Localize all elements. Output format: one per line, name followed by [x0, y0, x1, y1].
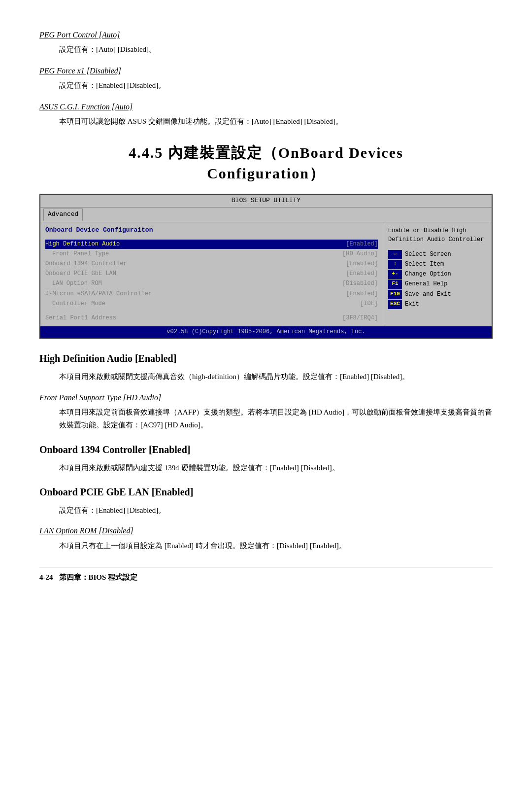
bios-item-label: Front Panel Type: [45, 249, 109, 259]
bios-keys: ↔Select Screen↕Select Item+-Change Optio…: [388, 250, 487, 309]
bios-items-list: High Definition Audio[Enabled]Front Pane…: [45, 240, 378, 323]
lan-option-rom-heading: LAN Option ROM [Disabled]: [39, 524, 493, 537]
bios-key-row: +-Change Option: [388, 270, 487, 279]
front-panel-heading: Front Panel Support Type [HD Audio]: [39, 391, 493, 404]
section-high-def-audio: High Definition Audio [Enabled] 本項目用來啟動或…: [39, 350, 493, 383]
bios-section-title: Onboard Device Configuraiton: [45, 225, 378, 236]
bios-item-value: [Disabled]: [342, 279, 378, 288]
bios-item-label: LAN Option ROM: [45, 279, 102, 288]
bios-tab-advanced[interactable]: Advanced: [43, 209, 83, 221]
bios-item-row: Onboard PCIE GbE LAN[Enabled]: [45, 269, 378, 279]
bios-item-row: Serial Port1 Address[3F8/IRQ4]: [45, 314, 378, 323]
asus-cgi-heading: ASUS C.G.I. Function [Auto]: [39, 101, 493, 113]
peg-port-control-heading: PEG Port Control [Auto]: [39, 29, 493, 41]
bios-item-value: [HD Audio]: [342, 249, 378, 259]
bios-right-desc: Enable or Disable High Definition Audio …: [388, 226, 487, 244]
bios-key-description: Select Screen: [405, 250, 451, 259]
bios-key-row: ↕Select Item: [388, 260, 487, 269]
onboard-1394-heading: Onboard 1394 Controller [Enabled]: [39, 442, 493, 457]
section-asus-cgi: ASUS C.G.I. Function [Auto] 本項目可以讓您開啟 AS…: [39, 101, 493, 128]
bios-key-symbol: ↕: [388, 260, 402, 269]
bios-setup-box: BIOS SETUP UTILITY Advanced Onboard Devi…: [39, 194, 493, 339]
bios-key-symbol: ESC: [388, 300, 402, 309]
bios-item-value: [3F8/IRQ4]: [342, 314, 378, 323]
peg-port-control-desc: 設定值有：[Auto] [Disabled]。: [59, 43, 493, 56]
section-peg-port-control: PEG Port Control [Auto] 設定值有：[Auto] [Dis…: [39, 29, 493, 56]
lan-option-rom-desc: 本項目只有在上一個項目設定為 [Enabled] 時才會出現。設定值有：[Dis…: [59, 539, 493, 552]
bios-key-description: Exit: [405, 300, 419, 309]
bios-key-description: Select Item: [405, 260, 444, 269]
bios-item-label: High Definition Audio: [45, 240, 120, 249]
bios-key-symbol: F1: [388, 279, 402, 289]
chapter-heading: 4.4.5 內建裝置設定（OnBoard Devices Configurati…: [39, 142, 493, 184]
bios-key-row: ↔Select Screen: [388, 250, 487, 259]
bios-content: Onboard Device Configuraiton High Defini…: [40, 222, 492, 326]
bios-item-label: Serial Port1 Address: [45, 314, 116, 323]
bios-key-description: Save and Exit: [405, 290, 451, 299]
onboard-1394-desc: 本項目用來啟動或關閉內建支援 1394 硬體裝置功能。設定值有：[Enabled…: [59, 461, 493, 474]
page-footer: 4-24 第四章：BIOS 程式設定: [39, 567, 493, 583]
bios-item-row: LAN Option ROM[Disabled]: [45, 279, 378, 288]
section-lan-option-rom: LAN Option ROM [Disabled] 本項目只有在上一個項目設定為…: [39, 524, 493, 552]
bios-item-row: Onboard 1394 Controller[Enabled]: [45, 259, 378, 269]
bios-key-row: F10Save and Exit: [388, 290, 487, 299]
high-def-audio-desc: 本項目用來啟動或關閉支援高傳真音效（high-definition）編解碼晶片功…: [59, 370, 493, 383]
high-def-audio-heading: High Definition Audio [Enabled]: [39, 350, 493, 366]
onboard-pcie-heading: Onboard PCIE GbE LAN [Enabled]: [39, 484, 493, 500]
bios-left-panel: Onboard Device Configuraiton High Defini…: [40, 222, 383, 326]
front-panel-desc: 本項目用來設定前面板音效連接埠（AAFP）支援的類型。若將本項目設定為 [HD …: [59, 406, 493, 432]
footer-page-number: 4-24: [39, 571, 53, 583]
footer-chapter-title: 第四章：BIOS 程式設定: [59, 571, 138, 583]
bios-item-value: [Enabled]: [346, 289, 378, 299]
bios-item-value: [Enabled]: [346, 240, 378, 249]
peg-force-x1-desc: 設定值有：[Enabled] [Disabled]。: [59, 79, 493, 92]
bios-item-label: Onboard 1394 Controller: [45, 259, 127, 269]
onboard-pcie-desc: 設定值有：[Enabled] [Disabled]。: [59, 504, 493, 517]
bios-key-description: Change Option: [405, 270, 451, 279]
bios-key-symbol: F10: [388, 290, 402, 299]
bios-item-value: [Enabled]: [346, 259, 378, 269]
section-front-panel: Front Panel Support Type [HD Audio] 本項目用…: [39, 391, 493, 432]
bios-title: BIOS SETUP UTILITY: [40, 195, 492, 208]
section-onboard-1394: Onboard 1394 Controller [Enabled] 本項目用來啟…: [39, 442, 493, 474]
bios-right-panel: Enable or Disable High Definition Audio …: [383, 222, 492, 326]
bios-item-row: Controller Mode[IDE]: [45, 299, 378, 309]
bios-item-row: High Definition Audio[Enabled]: [45, 240, 378, 249]
bios-item-label: Controller Mode: [45, 299, 105, 309]
bios-item-label: Onboard PCIE GbE LAN: [45, 269, 116, 279]
bios-key-row: F1General Help: [388, 279, 487, 289]
section-peg-force-x1: PEG Force x1 [Disabled] 設定值有：[Enabled] […: [39, 65, 493, 92]
bios-footer: v02.58 (C)Copyright 1985-2006, American …: [40, 326, 492, 338]
peg-force-x1-heading: PEG Force x1 [Disabled]: [39, 65, 493, 77]
bios-key-symbol: ↔: [388, 250, 402, 259]
bios-key-symbol: +-: [388, 270, 402, 279]
asus-cgi-desc: 本項目可以讓您開啟 ASUS 交錯圖像加速功能。設定值有：[Auto] [Ena…: [59, 115, 493, 128]
bios-item-row: Front Panel Type[HD Audio]: [45, 249, 378, 259]
bios-tab-bar: Advanced: [40, 208, 492, 222]
bios-item-value: [Enabled]: [346, 269, 378, 279]
bios-key-description: General Help: [405, 279, 447, 289]
bios-key-row: ESCExit: [388, 300, 487, 309]
bios-item-row: J-Micron eSATA/PATA Controller[Enabled]: [45, 289, 378, 299]
section-onboard-pcie: Onboard PCIE GbE LAN [Enabled] 設定值有：[Ena…: [39, 484, 493, 517]
bios-item-label: J-Micron eSATA/PATA Controller: [45, 289, 152, 299]
bios-item-value: [IDE]: [360, 299, 378, 309]
